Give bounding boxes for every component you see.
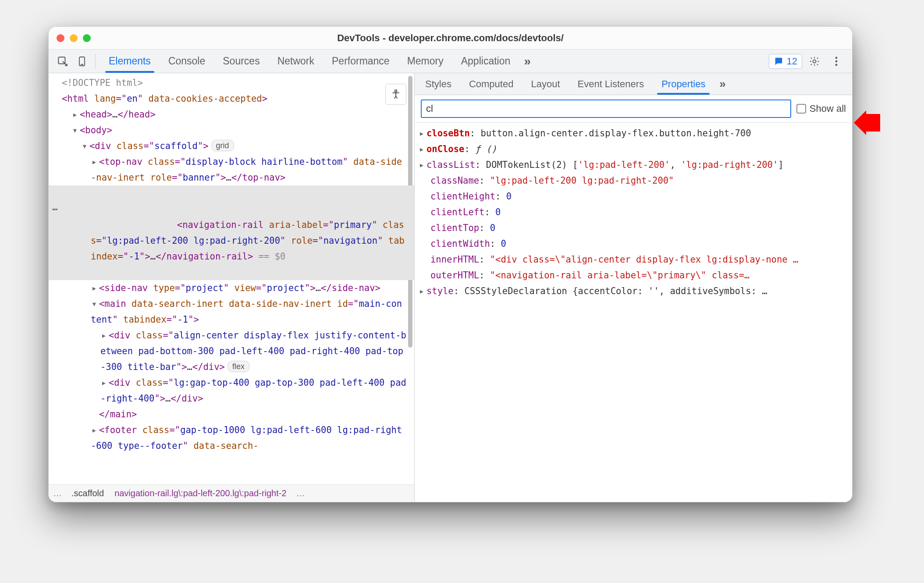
side-tabs: Styles Computed Layout Event Listeners P… [415,73,852,95]
dom-node-main-close[interactable]: </main> [49,406,414,422]
svg-point-4 [835,57,838,59]
prop-classlist[interactable]: classList: DOMTokenList(2) ['lg:pad-left… [418,157,848,173]
window-title: DevTools - developer.chrome.com/docs/dev… [57,32,844,44]
device-toolbar-button[interactable] [72,50,92,73]
tab-application[interactable]: Application [452,50,519,73]
show-all-toggle[interactable]: Show all [796,103,846,114]
prop-clienttop[interactable]: clientTop: 0 [418,220,848,236]
accessibility-tree-button[interactable] [385,84,406,105]
properties-filter-input[interactable] [421,100,791,118]
sidetab-layout[interactable]: Layout [522,73,569,95]
dom-node-sidenav[interactable]: <side-nav type="project" view="project">… [49,280,414,296]
elements-panel: <!DOCTYPE html> <html lang="en" data-coo… [49,73,415,502]
chat-icon [774,57,783,66]
prop-closebtn[interactable]: closeBtn: button.align-center.display-fl… [418,125,848,141]
breadcrumb-scaffold[interactable]: .scaffold [66,488,109,498]
properties-list: closeBtn: button.align-center.display-fl… [415,123,852,502]
annotation-arrow-icon [854,110,880,135]
prop-outerhtml[interactable]: outerHTML: "<navigation-rail aria-label=… [418,267,848,283]
svg-point-7 [395,90,397,92]
inspect-element-button[interactable] [53,50,72,73]
main-tabs-overflow[interactable]: » [519,50,536,73]
accessibility-icon [390,89,402,100]
breadcrumb-navigation-rail[interactable]: navigation-rail.lg\:pad-left-200.lg\:pad… [109,488,291,498]
show-all-checkbox[interactable] [796,104,806,114]
more-options-button[interactable] [827,53,846,70]
sidetab-event-listeners[interactable]: Event Listeners [569,73,653,95]
main-tabs: Elements Console Sources Network Perform… [100,50,536,73]
dom-node-html[interactable]: <html lang="en" data-cookies-accepted> [49,91,414,107]
dom-tree[interactable]: <!DOCTYPE html> <html lang="en" data-coo… [49,73,414,454]
settings-button[interactable] [805,53,824,70]
svg-point-3 [813,60,816,63]
sidetab-computed[interactable]: Computed [460,73,522,95]
maximize-window-button[interactable] [83,34,91,42]
kebab-icon [835,56,838,67]
breadcrumb: … .scaffold navigation-rail.lg\:pad-left… [49,484,414,502]
svg-point-5 [835,60,838,62]
show-all-label: Show all [810,103,846,114]
breadcrumb-overflow-left[interactable]: … [49,488,66,498]
toolbar-divider [95,54,96,69]
gear-icon [809,56,820,67]
dom-node-titlebar-div[interactable]: <div class="align-center display-flex ju… [49,327,414,375]
prop-clientleft[interactable]: clientLeft: 0 [418,204,848,220]
prop-clientheight[interactable]: clientHeight: 0 [418,188,848,204]
dom-node-content-div[interactable]: <div class="lg:gap-top-400 gap-top-300 p… [49,375,414,406]
side-tabs-overflow[interactable]: » [714,73,731,95]
breadcrumb-overflow-right[interactable]: … [292,488,309,498]
main-toolbar: Elements Console Sources Network Perform… [49,50,852,73]
prop-onclose[interactable]: onClose: ƒ () [418,141,848,157]
tab-sources[interactable]: Sources [214,50,268,73]
side-panel: Styles Computed Layout Event Listeners P… [415,73,852,502]
devtools-window: DevTools - developer.chrome.com/docs/dev… [48,26,853,502]
grid-badge[interactable]: grid [211,140,234,151]
window-controls [57,34,91,42]
prop-innerhtml[interactable]: innerHTML: "<div class=\"align-center di… [418,252,848,267]
titlebar: DevTools - developer.chrome.com/docs/dev… [49,27,852,50]
sidetab-properties[interactable]: Properties [653,73,714,95]
sidetab-styles[interactable]: Styles [416,73,460,95]
flex-badge[interactable]: flex [227,361,249,372]
dom-doctype[interactable]: <!DOCTYPE html> [49,75,414,91]
close-window-button[interactable] [57,34,64,42]
tab-performance[interactable]: Performance [323,50,398,73]
prop-style[interactable]: style: CSSStyleDeclaration {accentColor:… [418,283,848,299]
tab-elements[interactable]: Elements [100,50,160,73]
svg-point-6 [835,64,838,66]
dom-node-body[interactable]: <body> [49,122,414,138]
tab-console[interactable]: Console [160,50,214,73]
tab-network[interactable]: Network [269,50,323,73]
issues-count: 12 [787,56,797,67]
properties-filter-row: Show all [415,95,852,123]
dom-node-main[interactable]: <main data-search-inert data-side-nav-in… [49,296,414,327]
dom-node-topnav[interactable]: <top-nav class="display-block hairline-b… [49,154,414,185]
dom-node-footer[interactable]: <footer class="gap-top-1000 lg:pad-left-… [49,422,414,454]
issues-button[interactable]: 12 [769,54,802,69]
dom-node-scaffold[interactable]: <div class="scaffold">grid [49,138,414,154]
selected-ellipsis-icon[interactable]: ⋯ [49,201,61,217]
prop-classname[interactable]: className: "lg:pad-left-200 lg:pad-right… [418,173,848,188]
dom-node-navigation-rail[interactable]: ⋯ <navigation-rail aria-label="primary" … [49,185,414,280]
prop-clientwidth[interactable]: clientWidth: 0 [418,236,848,252]
tab-memory[interactable]: Memory [398,50,452,73]
dom-node-head[interactable]: <head>…</head> [49,107,414,122]
minimize-window-button[interactable] [70,34,78,42]
